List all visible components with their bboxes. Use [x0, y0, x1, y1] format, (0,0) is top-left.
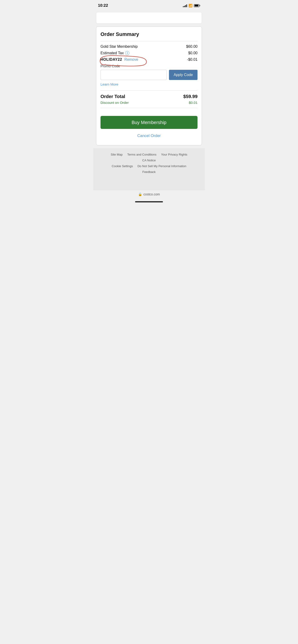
estimated-tax-value: $0.00	[188, 51, 197, 55]
remove-promo-link[interactable]: Remove	[124, 58, 138, 62]
battery-icon	[194, 4, 200, 7]
home-bar	[135, 201, 163, 202]
apply-code-button[interactable]: Apply Code	[169, 70, 197, 80]
estimated-tax-label: Estimated Tax i	[101, 51, 129, 55]
signal-icon	[183, 4, 187, 7]
divider-top	[101, 41, 197, 41]
learn-more-link[interactable]: Learn More	[101, 82, 118, 86]
estimated-tax-row: Estimated Tax i $0.00	[101, 51, 197, 55]
footer-site-map[interactable]: Site Map	[111, 153, 123, 156]
discount-label: Discount on Order	[101, 100, 129, 104]
order-summary-title: Order Summary	[101, 31, 197, 37]
footer-cookie-settings[interactable]: Cookie Settings	[112, 164, 133, 168]
domain-bar: 🔒 costco.com	[93, 190, 205, 198]
status-bar: 10:22 📶	[93, 0, 205, 10]
footer-row-1: Site Map Terms and Conditions Your Priva…	[97, 153, 201, 156]
gold-star-membership-value: $60.00	[186, 44, 197, 49]
divider-middle	[101, 90, 197, 91]
gold-star-membership-row: Gold Star Membership $60.00	[101, 44, 197, 49]
promo-applied-label: HOLIDAY22 Remove	[101, 58, 138, 62]
wifi-icon: 📶	[188, 4, 192, 8]
promo-code-input[interactable]	[101, 70, 167, 80]
home-indicator	[93, 198, 205, 205]
promo-discount-value: -$0.01	[187, 58, 197, 62]
top-placeholder	[96, 12, 202, 24]
divider-bottom	[101, 108, 197, 108]
footer-ca-notice[interactable]: CA Notice	[142, 158, 156, 162]
footer-row-4: Feedback	[97, 170, 201, 174]
lock-icon: 🔒	[138, 192, 142, 196]
order-total-label: Order Total	[101, 94, 125, 99]
promo-input-row: Apply Code	[101, 70, 197, 80]
status-icons: 📶	[183, 4, 200, 8]
promo-code-label: Promo Code	[101, 64, 197, 68]
promo-applied-row: HOLIDAY22 Remove -$0.01	[101, 58, 197, 62]
cancel-order-link[interactable]: Cancel Order	[101, 132, 197, 140]
footer-terms[interactable]: Terms and Conditions	[127, 153, 156, 156]
discount-value: $0.01	[189, 100, 197, 104]
order-total-row: Order Total $59.99	[101, 94, 197, 99]
footer-row-2: CA Notice	[97, 158, 201, 162]
footer-do-not-sell[interactable]: Do Not Sell My Personal Information	[137, 164, 186, 168]
buy-membership-button[interactable]: Buy Membership	[101, 116, 197, 129]
footer: Site Map Terms and Conditions Your Priva…	[93, 148, 205, 190]
order-total-value: $59.99	[183, 94, 197, 99]
footer-row-3: Cookie Settings Do Not Sell My Personal …	[97, 164, 201, 168]
promo-code-text: HOLIDAY22	[101, 58, 122, 62]
order-summary-card: Order Summary Gold Star Membership $60.0…	[96, 26, 202, 145]
footer-privacy[interactable]: Your Privacy Rights	[161, 153, 187, 156]
tax-info-icon[interactable]: i	[125, 51, 129, 55]
footer-feedback[interactable]: Feedback	[142, 170, 155, 174]
discount-row: Discount on Order $0.01	[101, 100, 197, 104]
domain-text: costco.com	[143, 192, 160, 196]
gold-star-membership-label: Gold Star Membership	[101, 44, 138, 49]
status-time: 10:22	[98, 3, 108, 8]
